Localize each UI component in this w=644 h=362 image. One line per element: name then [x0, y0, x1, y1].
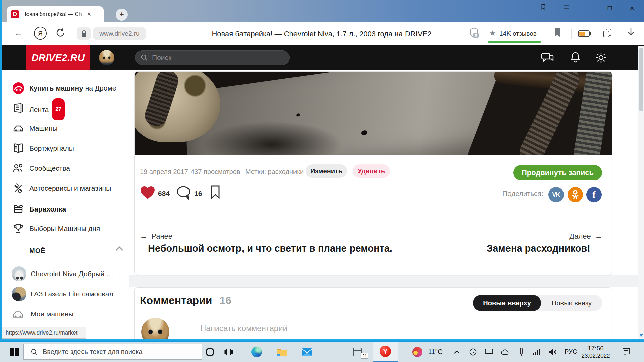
save-bookmark-icon[interactable]	[210, 185, 220, 200]
tab-title: Новая батарейка! — Ch	[22, 11, 86, 17]
sort-new-top-button[interactable]: Новые вверху	[473, 295, 541, 311]
sidebar-label: Автосервисы и магазины	[29, 178, 111, 198]
next-post-link[interactable]: Далее →	[569, 232, 602, 241]
sidebar-item-feed[interactable]: Лента27	[2, 98, 127, 118]
edge-icon[interactable]	[248, 342, 265, 362]
yandex-browser-taskbar-icon[interactable]: Y	[373, 342, 398, 362]
action-center-icon[interactable]	[619, 342, 634, 362]
next-post-title[interactable]: Замена расходников!	[487, 242, 590, 255]
comments-title: Комментарии	[140, 294, 212, 307]
browser-tab[interactable]: D Новая батарейка! — Ch ✕	[7, 6, 104, 22]
vk-share-icon[interactable]: VK	[548, 187, 564, 202]
minimize-button[interactable]: —	[583, 3, 593, 14]
site-search[interactable]	[135, 50, 290, 65]
drive2-favicon: D	[11, 10, 19, 18]
url-field[interactable]: www.drive2.ru	[93, 27, 146, 40]
mail-icon[interactable]	[299, 342, 315, 362]
divider	[571, 29, 572, 39]
app-window-icon[interactable]: 21	[349, 342, 366, 362]
star-icon: ★	[489, 29, 496, 38]
reviews-count[interactable]: 14K отзывов	[499, 30, 537, 37]
sort-new-bottom-button[interactable]: Новые внизу	[541, 295, 602, 311]
battery-icon[interactable]	[578, 30, 591, 38]
new-tab-button[interactable]: +	[116, 9, 128, 21]
commenter-avatar[interactable]	[141, 318, 169, 339]
prev-post-link[interactable]: ← Ранее	[140, 232, 172, 241]
clock-time: 17:56	[580, 344, 612, 352]
bookmark-icon[interactable]	[554, 28, 561, 39]
comment-input[interactable]	[192, 318, 603, 339]
sidebar-item-car-of-day[interactable]: Выборы Машины дня	[2, 219, 127, 239]
task-view-icon[interactable]	[221, 342, 236, 362]
volume-tray-icon[interactable]	[546, 342, 559, 362]
scroll-down-arrow-icon[interactable]	[639, 333, 644, 338]
tab-close-icon[interactable]: ✕	[87, 11, 91, 17]
delete-button[interactable]: Удалить	[353, 164, 390, 178]
sidebar-item-cars[interactable]: Машины	[2, 118, 127, 138]
sidebar-label: Купить машину на Дроме	[29, 78, 116, 98]
display-tray-icon[interactable]	[482, 342, 496, 362]
yandex-browser-icon[interactable]: Я	[34, 27, 47, 40]
ok-share-icon[interactable]	[568, 187, 583, 202]
niva-photo-thumb	[12, 266, 26, 281]
search-icon	[31, 348, 38, 356]
user-avatar[interactable]	[99, 50, 114, 65]
clock-date: 23.02.2022	[580, 352, 612, 359]
settings-gear-icon[interactable]	[595, 52, 607, 65]
post-tags[interactable]: Метки: расходники	[245, 168, 304, 176]
site-search-input[interactable]	[152, 54, 273, 62]
taskbar-search-input[interactable]	[43, 348, 187, 356]
lock-icon[interactable]	[77, 27, 91, 40]
menu-icon[interactable]	[561, 3, 571, 14]
download-icon[interactable]	[626, 27, 636, 40]
close-button[interactable]: ✕	[627, 3, 637, 14]
like-heart-icon[interactable]	[140, 186, 155, 201]
garage-item-niva[interactable]: Chevrolet Niva Добрый …	[2, 264, 127, 284]
yandex-y-icon: Y	[380, 346, 391, 357]
promote-button[interactable]: Продвинуть запись	[513, 165, 602, 180]
messages-icon[interactable]	[541, 52, 554, 65]
protect-shield-icon[interactable]: 9	[469, 27, 479, 40]
tabs-sync-icon[interactable]	[603, 28, 613, 40]
comment-input-box	[192, 318, 603, 339]
sidebar-item-communities[interactable]: Сообщества	[2, 158, 127, 178]
scrollbar-thumb[interactable]	[639, 48, 643, 111]
tray-expand-chevron-icon[interactable]	[451, 342, 463, 362]
sidebar-item-buy-car[interactable]: Купить машину на Дроме	[2, 78, 127, 98]
clock-tray-icon[interactable]	[466, 342, 480, 362]
file-explorer-icon[interactable]	[274, 342, 290, 362]
sidebar-item-logbooks[interactable]: Бортжурналы	[2, 138, 127, 159]
pen-tray-icon[interactable]	[515, 342, 528, 362]
temperature-label[interactable]: 11°C	[425, 342, 445, 362]
notifications-bell-icon[interactable]	[570, 51, 581, 65]
network-tray-icon[interactable]	[530, 342, 543, 362]
edit-button[interactable]: Изменить	[306, 164, 347, 178]
sidebar-panel-icon[interactable]	[538, 3, 548, 14]
comment-bubble-icon[interactable]	[176, 185, 192, 201]
share-label: Поделиться:	[502, 190, 543, 198]
weather-icon[interactable]	[410, 342, 425, 362]
collapse-chevron-icon[interactable]	[115, 246, 124, 253]
maximize-button[interactable]: ☐	[605, 3, 615, 14]
garage-label: Chevrolet Niva Добрый …	[31, 264, 113, 284]
sidebar-item-marketplace[interactable]: Барахолка	[2, 199, 127, 219]
sidebar-item-services[interactable]: Автосервисы и магазины	[2, 178, 127, 198]
cloud-tray-icon[interactable]	[498, 342, 512, 362]
cortana-icon[interactable]	[203, 342, 217, 362]
people-icon	[12, 162, 24, 174]
drive2-logo[interactable]: DRIVE2.RU	[26, 45, 90, 70]
start-button[interactable]	[9, 342, 21, 362]
taskbar-search[interactable]	[23, 344, 202, 360]
garage-item-my-cars[interactable]: Мои машины	[2, 304, 127, 324]
page-scrollbar[interactable]	[638, 46, 644, 339]
prev-post-title[interactable]: Небольшой осмотр, и что светит в плане р…	[148, 242, 410, 255]
back-icon[interactable]: ←	[14, 27, 23, 38]
garage-item-gazel[interactable]: ГАЗ Газель Lite самосвал	[2, 284, 127, 304]
keyboard-language-label[interactable]: РУС	[562, 342, 580, 362]
post-photo[interactable]	[135, 72, 612, 155]
clock-datetime[interactable]: 17:56 23.02.2022	[580, 344, 612, 359]
reload-icon[interactable]	[55, 27, 65, 39]
facebook-share-icon[interactable]: f	[586, 187, 602, 202]
sidebar-label: Лента27	[29, 98, 65, 120]
drom-icon	[12, 82, 24, 94]
